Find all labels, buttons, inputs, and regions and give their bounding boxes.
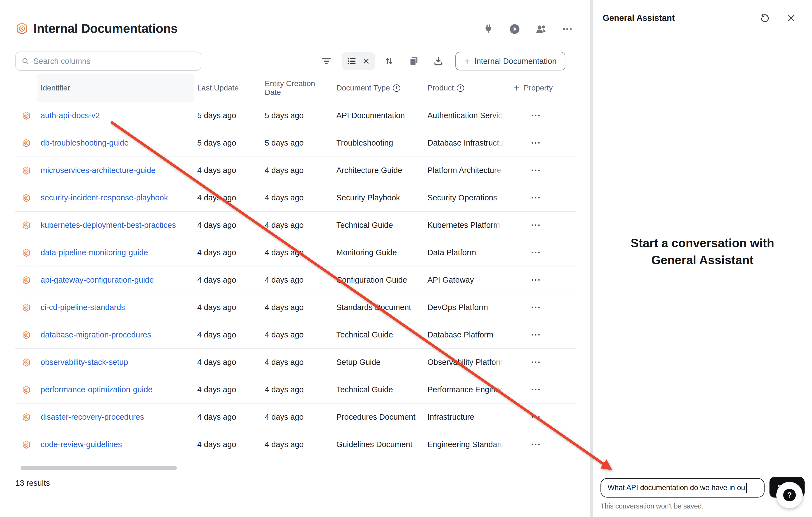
last-update-cell: 4 days ago [194, 294, 249, 321]
column-header-product[interactable]: Product i [422, 74, 504, 102]
close-view-icon[interactable] [362, 57, 370, 65]
info-icon[interactable]: i [393, 85, 400, 92]
product-cell: Platform Architecture [422, 157, 504, 184]
table-row[interactable]: security-incident-response-playbook 4 da… [16, 184, 576, 212]
table-row[interactable]: code-review-guidelines 4 days ago 4 days… [16, 431, 576, 458]
table-row[interactable]: database-migration-procedures 4 days ago… [16, 321, 576, 349]
chat-input-text: What API documentation do we have in ou [608, 484, 745, 492]
row-actions-button[interactable]: ••• [514, 249, 541, 256]
column-header-identifier[interactable]: Identifier [37, 74, 194, 102]
plus-icon: + [514, 83, 519, 93]
plug-icon[interactable] [482, 23, 494, 35]
documentation-collection-icon [16, 22, 29, 35]
row-actions-button[interactable]: ••• [514, 304, 541, 311]
row-actions-button[interactable]: ••• [514, 359, 541, 365]
row-actions-button[interactable]: ••• [514, 414, 541, 420]
product-cell: Performance Engineering [422, 376, 504, 403]
entity-creation-date-cell: 4 days ago [249, 376, 331, 403]
identifier-link[interactable]: code-review-guidelines [40, 440, 122, 449]
row-actions-button[interactable]: ••• [514, 222, 541, 229]
table-row[interactable]: performance-optimization-guide 4 days ag… [16, 376, 576, 403]
filter-icon[interactable] [318, 52, 335, 70]
row-actions-button[interactable]: ••• [514, 442, 541, 448]
assistant-chat-input[interactable]: What API documentation do we have in ou [601, 478, 764, 497]
table-row[interactable]: kubernetes-deployment-best-practices 4 d… [16, 212, 576, 239]
download-icon[interactable] [430, 52, 447, 70]
table-row[interactable]: microservices-architecture-guide 4 days … [16, 157, 576, 184]
identifier-link[interactable]: data-pipeline-monitoring-guide [40, 248, 148, 257]
entity-creation-date-cell: 5 days ago [249, 129, 331, 156]
create-internal-documentation-button[interactable]: + Internal Documentation [455, 52, 566, 70]
table-row[interactable]: ci-cd-pipeline-standards 4 days ago 4 da… [16, 294, 576, 321]
identifier-link[interactable]: kubernetes-deployment-best-practices [40, 221, 176, 230]
results-count: 13 results [16, 479, 50, 488]
horizontal-scrollbar[interactable] [21, 466, 177, 470]
assistant-panel-header: General Assistant [593, 0, 812, 36]
table-row[interactable]: data-pipeline-monitoring-guide 4 days ag… [16, 239, 576, 267]
identifier-link[interactable]: performance-optimization-guide [40, 385, 152, 394]
product-cell: Data Platform [422, 239, 504, 266]
sort-icon[interactable] [380, 52, 398, 70]
close-panel-icon[interactable] [786, 12, 796, 24]
info-icon[interactable]: i [457, 85, 464, 92]
help-widget[interactable]: ? [776, 482, 803, 508]
document-type-cell: Configuration Guide [331, 267, 422, 294]
document-type-cell: Setup Guide [331, 349, 422, 376]
row-actions-button[interactable]: ••• [514, 140, 541, 146]
add-property-button[interactable]: + Property [504, 74, 576, 102]
question-mark-icon: ? [783, 489, 796, 501]
identifier-link[interactable]: database-migration-procedures [40, 330, 151, 339]
last-update-cell: 4 days ago [194, 239, 249, 266]
create-button-label: Internal Documentation [474, 57, 557, 66]
column-header-last-update[interactable]: Last Update [194, 74, 249, 102]
table-row[interactable]: auth-api-docs-v2 5 days ago 5 days ago A… [16, 102, 576, 129]
row-actions-button[interactable]: ••• [514, 277, 541, 283]
last-update-cell: 4 days ago [194, 212, 249, 239]
more-icon[interactable] [561, 23, 573, 35]
identifier-link[interactable]: auth-api-docs-v2 [40, 111, 100, 120]
entity-creation-date-cell: 4 days ago [249, 294, 331, 321]
table-row[interactable]: api-gateway-configuration-guide 4 days a… [16, 267, 576, 294]
identifier-link[interactable]: ci-cd-pipeline-standards [40, 303, 125, 312]
row-actions-button[interactable]: ••• [514, 167, 541, 174]
product-cell: Database Infrastructure [422, 129, 504, 156]
members-icon[interactable] [535, 23, 547, 35]
identifier-link[interactable]: api-gateway-configuration-guide [40, 275, 154, 284]
table-row[interactable]: db-troubleshooting-guide 5 days ago 5 da… [16, 129, 576, 157]
last-update-cell: 4 days ago [194, 157, 249, 184]
identifier-link[interactable]: observability-stack-setup [40, 358, 128, 367]
identifier-link[interactable]: db-troubleshooting-guide [40, 139, 129, 148]
table-row[interactable]: observability-stack-setup 4 days ago 4 d… [16, 349, 576, 376]
document-type-cell: Technical Guide [331, 376, 422, 403]
row-actions-button[interactable]: ••• [514, 332, 541, 338]
entity-creation-date-cell: 4 days ago [249, 212, 331, 239]
table-header-row: Identifier Last Update Entity Creation D… [16, 74, 576, 102]
list-view-icon[interactable] [347, 56, 357, 66]
product-cell: Security Operations [422, 184, 504, 211]
reset-conversation-icon[interactable] [759, 12, 770, 24]
table-row[interactable]: disaster-recovery-procedures 4 days ago … [16, 403, 576, 431]
entity-creation-date-cell: 4 days ago [249, 184, 331, 211]
header-icon-column [16, 74, 37, 102]
text-caret [746, 483, 747, 493]
copy-icon[interactable] [405, 52, 423, 70]
row-actions-button[interactable]: ••• [514, 112, 541, 119]
table-toolbar: + Internal Documentation [318, 52, 566, 71]
document-type-cell: Troubleshooting [331, 129, 422, 156]
table-body: auth-api-docs-v2 5 days ago 5 days ago A… [16, 102, 576, 458]
entity-creation-date-cell: 4 days ago [249, 403, 331, 431]
identifier-link[interactable]: microservices-architecture-guide [40, 166, 155, 175]
play-icon[interactable] [509, 23, 521, 35]
column-header-entity-creation-date[interactable]: Entity Creation Date [249, 74, 331, 102]
row-actions-button[interactable]: ••• [514, 194, 541, 201]
product-cell: API Gateway [422, 267, 504, 294]
row-actions-button[interactable]: ••• [514, 387, 541, 393]
last-update-cell: 4 days ago [194, 349, 249, 376]
column-header-document-type[interactable]: Document Type i [331, 74, 422, 102]
last-update-cell: 4 days ago [194, 321, 249, 348]
assistant-empty-state: Start a conversation with General Assist… [593, 235, 812, 269]
term-icon [22, 139, 31, 148]
search-columns-input[interactable] [33, 57, 195, 66]
identifier-link[interactable]: security-incident-response-playbook [40, 193, 168, 202]
identifier-link[interactable]: disaster-recovery-procedures [40, 413, 144, 422]
